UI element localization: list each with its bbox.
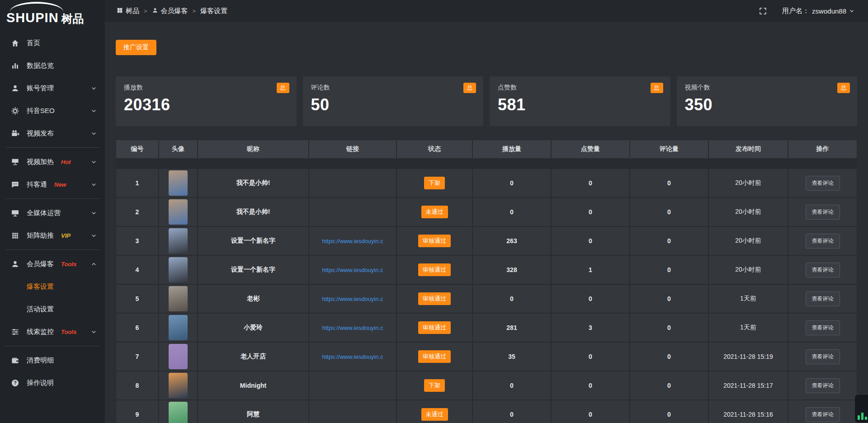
status-badge: 未通过 [421, 206, 448, 218]
cell-action: 查看评论 [788, 343, 857, 371]
status-badge: 未通过 [421, 408, 448, 421]
view-comments-button[interactable]: 查看评论 [806, 349, 840, 364]
cell-link: https://www.iesdouyin.c [309, 256, 396, 284]
video-link[interactable]: https://www.iesdouyin.c [322, 324, 383, 331]
cell-nickname: 我不是小帅! [198, 198, 308, 226]
avatar [169, 402, 188, 423]
cell-link: https://www.iesdouyin.c [309, 227, 396, 255]
sidebar-subitem-baoke-settings[interactable]: 爆客设置 [0, 275, 105, 298]
cell-comments: 0 [630, 256, 708, 284]
breadcrumb-separator: > [193, 8, 196, 14]
view-comments-button[interactable]: 查看评论 [806, 291, 840, 306]
question-icon: ? [11, 378, 20, 387]
cell-action: 查看评论 [788, 227, 857, 255]
sidebar-item-video-publish[interactable]: 视频发布 [0, 122, 105, 145]
table-header-cell: 发布时间 [709, 140, 788, 158]
gear-icon [11, 106, 20, 115]
cell-likes: 0 [552, 343, 629, 371]
cell-status: 审核通过 [397, 343, 472, 371]
sidebar-item-label: 操作说明 [27, 379, 54, 387]
cell-likes: 0 [552, 285, 629, 313]
sidebar-item-operation-guide[interactable]: ?操作说明 [0, 371, 105, 394]
cell-link: https://www.iesdouyin.c [309, 314, 396, 342]
avatar [169, 286, 188, 311]
stat-card-total-badge: 总 [651, 83, 663, 93]
cell-nickname: 阿慧 [198, 400, 308, 423]
sidebar-item-tag: Tools [61, 329, 76, 335]
fullscreen-icon[interactable] [759, 7, 767, 15]
cell-plays: 35 [473, 343, 551, 371]
sidebar-item-douketong[interactable]: 抖客通New [0, 173, 105, 196]
sidebar-item-account-management[interactable]: 账号管理 [0, 77, 105, 99]
status-badge: 审核通过 [418, 235, 451, 247]
avatar [169, 257, 188, 282]
username-label: 用户名： [782, 7, 809, 15]
breadcrumb-item[interactable]: 会员爆客 [152, 7, 188, 15]
sidebar-item-video-heat[interactable]: 视频加热Hot [0, 150, 105, 173]
chevron-down-icon [91, 329, 97, 335]
sidebar-item-douyin-seo[interactable]: 抖音SEO [0, 99, 105, 122]
user-menu[interactable]: 用户名：zswodun88 [782, 7, 854, 15]
breadcrumb-item[interactable]: 树品 [117, 7, 139, 15]
sidebar-item-clue-monitor[interactable]: 线索监控Tools [0, 320, 105, 343]
view-comments-button[interactable]: 查看评论 [806, 320, 840, 335]
table-wrap: 编号头像昵称链接状态播放量点赞量评论量发布时间操作1我不是小帅!下架00020小… [116, 140, 857, 423]
view-comments-button[interactable]: 查看评论 [806, 407, 840, 422]
brand-name-cn: 树品 [61, 13, 84, 24]
view-comments-button[interactable]: 查看评论 [806, 378, 840, 393]
sidebar-item-matrix-boost[interactable]: 矩阵助推VIP [0, 224, 105, 247]
view-comments-button[interactable]: 查看评论 [806, 234, 840, 249]
promo-settings-button[interactable]: 推广设置 [116, 40, 156, 55]
avatar [169, 373, 188, 398]
cell-nickname: 老彬 [198, 285, 308, 313]
cell-action: 查看评论 [788, 371, 857, 400]
cell-likes: 1 [552, 256, 629, 284]
cell-avatar [159, 198, 197, 226]
sliders-icon [11, 327, 20, 336]
video-link[interactable]: https://www.iesdouyin.c [322, 238, 383, 244]
sidebar-item-consumption-detail[interactable]: 消费明细 [0, 349, 105, 371]
sidebar-item-label: 数据总览 [27, 61, 54, 70]
cell-nickname: Midnight [198, 371, 308, 400]
home-icon [11, 38, 20, 47]
video-link[interactable]: https://www.iesdouyin.c [322, 267, 383, 273]
sidebar-subitem-activity-settings[interactable]: 活动设置 [0, 298, 105, 320]
cell-plays: 281 [473, 314, 551, 342]
table-header-cell: 点赞量 [552, 140, 629, 158]
cell-likes: 0 [552, 198, 629, 226]
cell-status: 审核通过 [397, 314, 472, 342]
cell-avatar [159, 256, 197, 284]
status-badge: 审核通过 [418, 350, 451, 363]
cell-plays: 263 [473, 227, 551, 255]
floating-widget[interactable] [854, 394, 868, 423]
chevron-down-icon [91, 159, 97, 165]
topbar: 树品>会员爆客>爆客设置 用户名：zswodun88 [105, 0, 868, 22]
cell-nickname: 老人开店 [198, 343, 308, 371]
user-icon [11, 259, 20, 268]
cell-plays: 328 [473, 256, 551, 284]
cell-plays: 0 [473, 285, 551, 313]
video-link[interactable]: https://www.iesdouyin.c [322, 296, 383, 302]
widget-bar [858, 415, 860, 420]
view-comments-button[interactable]: 查看评论 [806, 205, 840, 220]
brand-logo: SHUPIN 树品 [0, 0, 105, 28]
chevron-down-icon [849, 7, 854, 15]
table-header-cell: 播放量 [473, 140, 551, 158]
cell-comments: 0 [630, 169, 708, 197]
chevron-down-icon [91, 85, 97, 91]
table-header-cell: 头像 [159, 140, 197, 158]
view-comments-button[interactable]: 查看评论 [806, 263, 840, 277]
sidebar-item-omni-media[interactable]: 全媒体运营 [0, 202, 105, 224]
cell-avatar [159, 343, 197, 371]
sidebar-item-member-baoke[interactable]: 会员爆客Tools [0, 253, 105, 275]
table-header-cell: 昵称 [198, 140, 308, 158]
cell-likes: 0 [552, 227, 629, 255]
avatar [169, 228, 188, 254]
stat-card-value: 581 [498, 95, 662, 114]
sidebar-divider [5, 249, 99, 250]
table-header-cell: 链接 [309, 140, 396, 158]
sidebar-item-data-overview[interactable]: 数据总览 [0, 54, 105, 77]
view-comments-button[interactable]: 查看评论 [806, 176, 840, 191]
video-link[interactable]: https://www.iesdouyin.c [322, 353, 383, 360]
sidebar-item-home[interactable]: 首页 [0, 32, 105, 54]
